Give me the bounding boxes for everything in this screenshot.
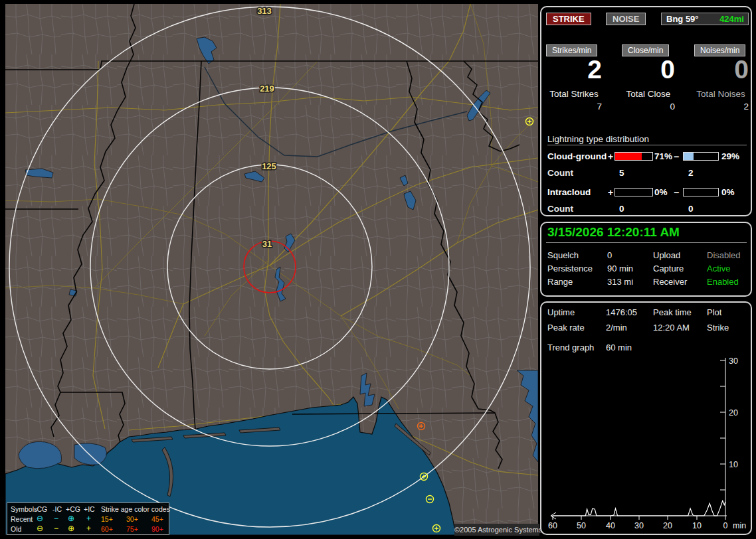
status-row: Range 313 mi Receiver Enabled [541,277,751,289]
peak-time-value: 12:20 AM [653,323,690,333]
pos-cg-old-icon: ⊕ [68,524,74,533]
ic-positive-count: 0 [619,204,624,214]
y-tick-label: 20 [729,408,738,418]
copyright-notice: ©2005 Astrogenic Systems [454,524,539,536]
x-tick-label: 10 [692,521,702,530]
uptime-value: 1476:05 [606,307,637,317]
legend-recent-row: Recent ⊖ − ⊕ + 15+ 30+ 45+ [7,514,169,524]
peak-rate-label: Peak rate [547,323,585,333]
stats-row: Peak rate 2/min 12:20 AM Strike [541,323,751,335]
stats-row: Uptime 1476:05 Peak time Plot [541,307,751,319]
plus-sign: + [608,187,613,198]
cg-negative-bar-fill [684,153,694,160]
trend-graph-row: Trend graph 60 min [541,343,751,354]
x-tick-label: 20 [663,521,672,530]
cg-positive-bar-fill [615,153,642,160]
count-label: Count [547,168,573,178]
range-value: 313 mi [607,277,633,287]
range-ring-label: 313 [257,6,272,16]
chart-axes [551,358,727,520]
plot-label: Plot [707,307,721,317]
plus-sign: + [608,151,613,162]
x-tick-label: 30 [634,521,644,530]
noise-toggle-button[interactable]: NOISE [606,13,646,25]
symbol-legend: Symbols -CG -IC +CG +IC Strike age color… [7,502,169,535]
ic-positive-pct: 0% [654,187,668,197]
lightning-map[interactable]: 313 219 125 31 [5,4,538,535]
capture-label: Capture [653,264,684,273]
side-panel: STRIKE NOISE Bng 59° 424mi Strikes/min C… [540,0,752,539]
cg-positive-bar [614,152,653,161]
upload-status: Disabled [707,250,741,260]
upload-label: Upload [653,250,680,260]
legend-recent-label: Recent [11,514,33,524]
total-close-label: Total Close [620,89,676,99]
legend-col-pos-cg: +CG [66,504,80,514]
legend-old-label: Old [11,524,21,534]
neg-cg-old-icon: ⊖ [37,524,43,533]
total-strikes-label: Total Strikes [546,89,602,99]
divider [546,242,747,243]
legend-age-header: Strike age color codes [101,504,170,514]
cg-positive-count: 5 [619,168,624,178]
range-ring-label: 125 [262,161,276,171]
y-tick-label: 30 [729,356,738,366]
squelch-value: 0 [607,250,612,260]
legend-col-pos-ic: +IC [84,504,95,514]
x-tick-label: 40 [606,521,615,530]
uptime-label: Uptime [547,307,575,317]
pos-cg-recent-icon: ⊕ [68,514,74,523]
bearing-readout: Bng 59° 424mi [661,13,749,25]
age-code-15: 15+ [101,514,113,524]
strike-toggle-button[interactable]: STRIKE [546,13,591,25]
ic-positive-bar [614,188,653,196]
capture-status: Active [707,264,730,273]
squelch-label: Squelch [547,250,579,260]
bearing-value: Bng 59° [666,14,699,24]
total-strikes-value: 7 [546,102,602,112]
trend-graph-label: Trend graph [547,343,594,352]
range-ring-label: 219 [260,84,274,94]
cloud-ground-label: Cloud-ground [547,151,607,161]
intracloud-label: Intracloud [547,187,591,197]
total-noises-label: Total Noises [693,89,749,99]
strikes-per-min-value: 2 [546,56,602,83]
age-code-30: 30+ [126,514,138,524]
ic-negative-pct: 0% [721,187,735,197]
trend-graph-chart: 30 20 10 60 50 40 30 20 10 0 min [541,354,751,534]
cloud-ground-count-row: Count 5 2 [541,168,751,179]
persistence-label: Persistence [547,264,593,273]
x-tick-label: 0 [723,521,728,530]
age-code-90: 90+ [151,524,163,534]
peak-time-label: Peak time [653,307,692,317]
legend-col-neg-cg: -CG [35,504,47,514]
legend-header-row: Symbols -CG -IC +CG +IC Strike age color… [7,504,169,514]
ic-negative-count: 0 [688,204,694,214]
peak-rate-value: 2/min [606,323,627,333]
distribution-title: Lightning type distribution [547,134,747,145]
plot-value: Strike [707,323,729,333]
status-row: Squelch 0 Upload Disabled [541,250,751,262]
neg-ic-recent-icon: − [54,514,58,523]
close-per-min-value: 0 [619,56,675,83]
receiver-status: Enabled [707,277,739,287]
ic-negative-bar [683,188,719,196]
intracloud-row: Intracloud + 0% − 0% [541,187,751,198]
neg-ic-old-icon: − [54,524,58,533]
neg-cg-recent-icon: ⊖ [37,514,43,523]
minus-sign: − [674,151,679,162]
cg-negative-bar [683,152,719,161]
legend-col-neg-ic: -IC [52,504,62,514]
x-tick-label: 50 [577,521,586,530]
age-code-60: 60+ [101,524,113,534]
total-close-value: 0 [619,102,675,112]
cg-positive-pct: 71% [654,151,672,161]
minus-sign: − [674,187,679,198]
legend-old-row: Old ⊖ − ⊕ + 60+ 75+ 90+ [7,524,169,534]
receiver-label: Receiver [653,277,687,287]
count-label: Count [547,204,573,214]
age-code-45: 45+ [151,514,163,524]
pos-ic-old-icon: + [86,524,91,533]
legend-symbols-header: Symbols [11,504,37,514]
cloud-ground-row: Cloud-ground + 71% − 29% [541,151,751,162]
